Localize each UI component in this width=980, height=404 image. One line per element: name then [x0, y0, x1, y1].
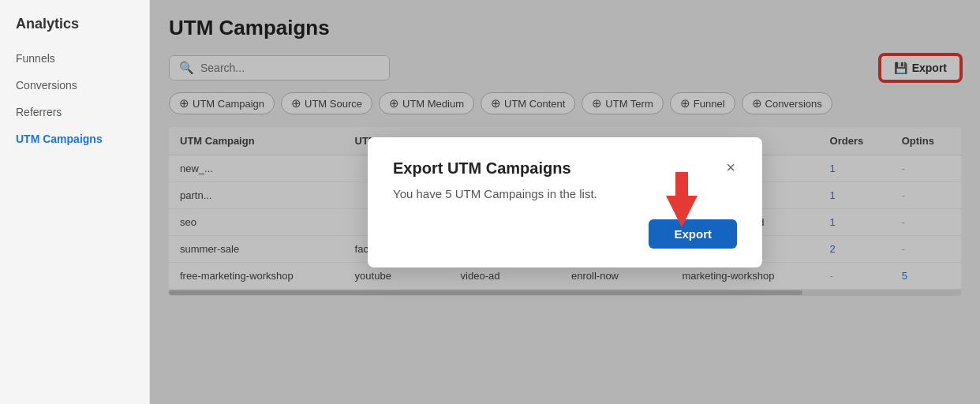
- dialog-body: You have 5 UTM Campaings in the list.: [393, 187, 737, 200]
- dialog-title: Export UTM Campaigns: [393, 159, 571, 178]
- modal-overlay: Export UTM Campaigns × You have 5 UTM Ca…: [150, 0, 980, 404]
- sidebar: Analytics Funnels Conversions Referrers …: [0, 0, 150, 404]
- sidebar-item-referrers[interactable]: Referrers: [0, 99, 149, 125]
- dialog-footer: Export: [393, 219, 737, 249]
- dialog-export-button[interactable]: Export: [649, 219, 737, 249]
- main-content: UTM Campaigns 🔍 💾 Export ⊕ UTM Campaign …: [150, 0, 980, 404]
- export-dialog: Export UTM Campaigns × You have 5 UTM Ca…: [368, 137, 762, 267]
- sidebar-item-funnels[interactable]: Funnels: [0, 45, 149, 72]
- dialog-close-button[interactable]: ×: [724, 159, 737, 175]
- sidebar-title: Analytics: [0, 16, 149, 45]
- sidebar-item-utm-campaigns[interactable]: UTM Campaigns: [0, 125, 149, 152]
- export-action-area: Export: [649, 219, 737, 249]
- dialog-header: Export UTM Campaigns ×: [393, 159, 737, 178]
- sidebar-item-conversions[interactable]: Conversions: [0, 72, 149, 99]
